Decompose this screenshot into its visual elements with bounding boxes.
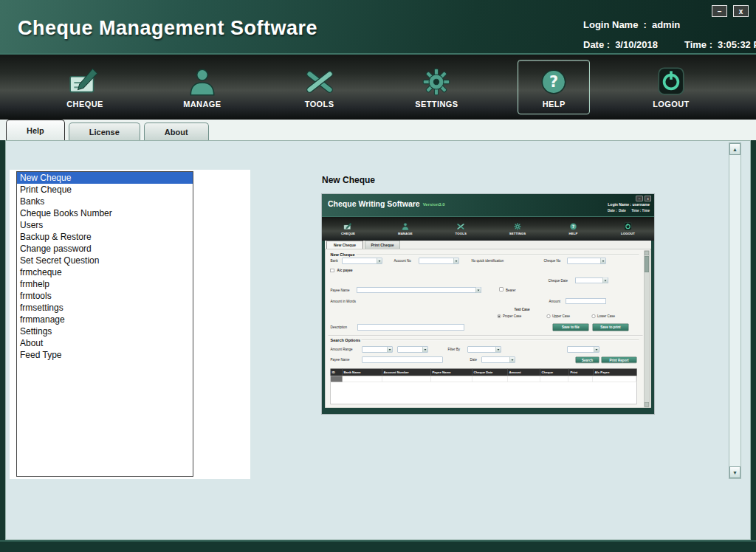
emb-cheque-date-combo [576, 277, 608, 283]
cheque-icon [68, 66, 102, 97]
help-topic-item[interactable]: Cheque Books Number [17, 207, 193, 219]
help-topic-item[interactable]: Backup & Restore [17, 231, 193, 243]
login-name-label: Login Name : [583, 19, 647, 30]
emb-account-label: Account No [394, 259, 411, 263]
help-topic-item[interactable]: frmtools [17, 290, 193, 302]
help-topic-item[interactable]: Settings [17, 325, 193, 337]
emb-search-payee-label: Payee Name [331, 358, 350, 362]
emb-table-header-row: ID Bank Name Account Number Payee Name C… [331, 369, 637, 376]
emb-scrollbar [645, 251, 650, 407]
emb-logout-icon [623, 222, 633, 231]
manage-person-icon [185, 66, 219, 97]
toolbar-button-logout[interactable]: LOGOUT [635, 60, 707, 114]
date-label: Date : [583, 39, 610, 50]
emb-results-table: ID Bank Name Account Number Payee Name C… [331, 369, 637, 404]
emb-save-to-print-button: Save to print [593, 324, 629, 331]
vertical-scrollbar[interactable]: ▲ ▼ [729, 142, 741, 479]
emb-proper-case-label: Proper Case [503, 314, 521, 318]
emb-help-icon [568, 222, 578, 231]
emb-description-input [358, 324, 464, 331]
help-detail-pane: New Cheque Cheque Writing SoftwareVersio… [250, 141, 734, 539]
help-topic-item[interactable]: Change password [17, 243, 193, 255]
emb-bank-combo [343, 258, 382, 264]
help-topic-item[interactable]: About [17, 337, 193, 349]
emb-table-row [331, 376, 637, 382]
emb-body: New Cheque Print Cheque New Cheque Bank … [325, 241, 651, 408]
scroll-up-icon[interactable]: ▲ [729, 143, 740, 155]
emb-bearer-checkbox [500, 288, 504, 291]
emb-close-button: x [645, 196, 651, 201]
emb-login-name: Login Name : username [608, 203, 650, 207]
help-topic-item[interactable]: frmcheque [17, 266, 193, 278]
toolbar-button-manage[interactable]: MANAGE [166, 60, 238, 114]
tab-license[interactable]: License [69, 123, 140, 140]
emb-payee-name-combo [357, 287, 481, 293]
gear-icon [419, 66, 453, 97]
emb-save-to-file-button: Save to file [553, 324, 589, 331]
emb-ac-payee-label: A/c payee [337, 269, 353, 272]
tab-strip: Help License About [0, 120, 756, 140]
toolbar-button-tools[interactable]: TOOLS [284, 60, 356, 114]
tab-about[interactable]: About [144, 123, 209, 140]
emb-cheque-no-label: Cheque No [544, 259, 561, 263]
emb-tools-icon [456, 222, 466, 231]
tab-help[interactable]: Help [6, 120, 65, 140]
help-topic-item[interactable]: New Cheque [17, 172, 193, 184]
help-topic-item[interactable]: frmsettings [17, 302, 193, 314]
help-topic-item[interactable]: Set Secret Question [17, 255, 193, 266]
emb-bearer-label: Bearer [506, 289, 516, 292]
emb-filter-by-label: Filter By [448, 348, 461, 351]
time-label: Time : [684, 39, 712, 50]
emb-upper-case-label: Upper Case [552, 314, 570, 318]
scroll-down-icon[interactable]: ▼ [729, 466, 740, 478]
status-bar [0, 540, 756, 552]
toolbar-label-logout: LOGOUT [653, 100, 689, 108]
logout-power-icon [654, 66, 688, 97]
help-topic-item[interactable]: Banks [17, 196, 193, 207]
help-topic-item[interactable]: Feed Type [17, 349, 193, 361]
help-topic-item[interactable]: Print Cheque [17, 184, 193, 196]
emb-text-case-label: Text Case [515, 308, 530, 311]
emb-scroll-thumb [645, 256, 649, 272]
emb-amount-input [566, 298, 606, 304]
emb-minimize-button: – [636, 196, 643, 201]
emb-manage-icon [400, 222, 410, 231]
emb-form: New Cheque Bank Account No No quick iden… [325, 249, 651, 408]
toolbar-button-cheque[interactable]: CHEQUE [49, 60, 121, 114]
emb-amount-words-label: Amount in Words [331, 300, 356, 303]
help-question-icon [537, 66, 571, 97]
emb-settings-icon [512, 222, 522, 231]
toolbar-button-settings[interactable]: SETTINGS [400, 60, 472, 114]
session-info: Login Name : admin Date : 3/10/2018 Time… [583, 15, 756, 55]
emb-table-body [331, 382, 637, 404]
main-toolbar: CHEQUE MANAGE TOOLS SETTINGS HELP LOGOUT [0, 53, 756, 120]
toolbar-label-cheque: CHEQUE [66, 100, 103, 108]
emb-search-payee-input [362, 357, 443, 363]
help-topic-item[interactable]: frmmanage [17, 314, 193, 325]
emb-app-title: Cheque Writing Software [328, 200, 420, 209]
emb-payee-name-label: Payee Name [331, 289, 350, 292]
login-name-value: admin [652, 19, 680, 30]
emb-lower-case-label: Lower Case [597, 314, 615, 318]
help-tab-content: New Cheque Print Cheque Banks Cheque Boo… [5, 140, 751, 540]
emb-search-date-combo [482, 357, 515, 363]
emb-filter-by-combo [468, 347, 501, 353]
toolbar-button-help[interactable]: HELP [518, 60, 590, 114]
help-topics-listbox[interactable]: New Cheque Print Cheque Banks Cheque Boo… [16, 171, 193, 477]
title-bar: Cheque Management Software – x Login Nam… [0, 0, 756, 53]
emb-amount-range-to-combo [398, 347, 428, 353]
emb-search-date-label: Date [470, 358, 478, 362]
emb-section-search-options: Search Options [331, 338, 361, 342]
emb-cheque-date-label: Cheque Date [549, 279, 568, 283]
toolbar-label-manage: MANAGE [183, 100, 221, 108]
emb-date-time: Date : Date Time : Time [608, 209, 650, 213]
emb-toolbar: CHEQUE MANAGE TOOLS SETTINGS HELP LOGOUT [322, 216, 654, 241]
help-topic-item[interactable]: frmhelp [17, 278, 193, 290]
help-topic-screenshot: Cheque Writing SoftwareVersion3.0 – x Lo… [322, 194, 654, 414]
emb-proper-case-radio [498, 314, 501, 318]
emb-scroll-up-button [645, 251, 649, 255]
help-topic-item[interactable]: Users [17, 219, 193, 231]
help-topic-heading: New Cheque [322, 175, 375, 185]
help-topics-panel: New Cheque Print Cheque Banks Cheque Boo… [10, 170, 250, 479]
emb-amount-range-from-combo [362, 347, 393, 353]
